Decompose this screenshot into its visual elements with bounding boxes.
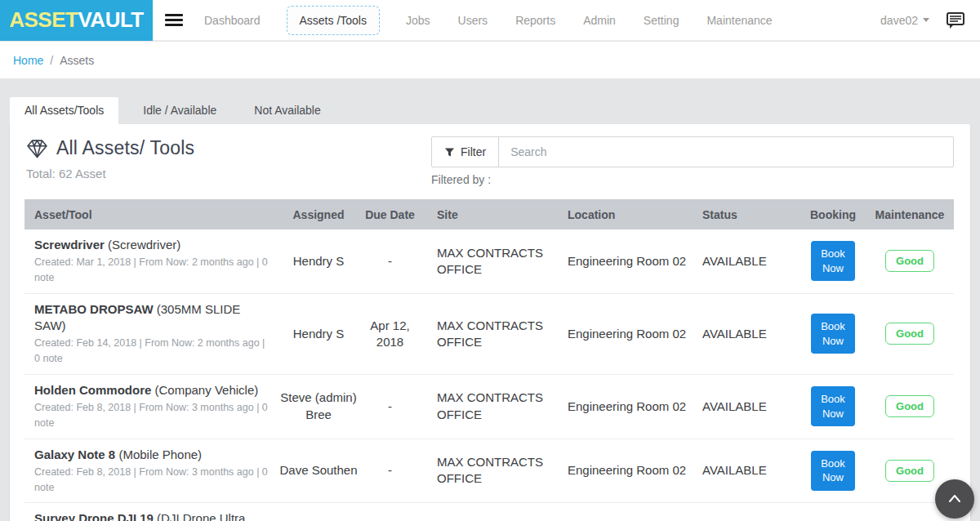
main-nav: Dashboard Assets /Tools Jobs Users Repor… (203, 6, 774, 35)
asset-name: Holden Commodore (Company Vehicle) (34, 382, 268, 399)
nav-item-jobs[interactable]: Jobs (404, 7, 432, 34)
maintenance-status-button[interactable]: Good (885, 323, 934, 345)
book-now-button[interactable]: Book Now (811, 314, 855, 354)
col-header-site: Site (421, 208, 543, 221)
app-logo[interactable]: ASSETVAULT (0, 0, 153, 41)
tab-not-available[interactable]: Not Available (241, 97, 333, 124)
maintenance-status-button[interactable]: Good (885, 460, 934, 482)
site-cell: MAX CONTRACTS OFFICE (421, 390, 543, 423)
top-navbar: ASSETVAULT Dashboard Assets /Tools Jobs … (0, 0, 980, 41)
asset-tabs: All Assets/Tools Idle / Available Not Av… (10, 97, 334, 124)
col-header-location: Location (543, 208, 678, 221)
due-date-cell: - (359, 399, 421, 415)
total-count: Total: 62 Asset (26, 167, 106, 180)
nav-item-admin[interactable]: Admin (581, 7, 617, 34)
nav-item-users[interactable]: Users (457, 7, 490, 34)
tab-idle-available[interactable]: Idle / Available (130, 97, 229, 124)
search-input[interactable] (499, 137, 953, 167)
assigned-cell: Dave Southen (278, 462, 359, 479)
filter-button[interactable]: Filter (432, 137, 499, 167)
nav-item-assets-tools[interactable]: Assets /Tools (287, 6, 380, 35)
book-now-button[interactable]: Book Now (811, 386, 855, 426)
col-header-assigned: Assigned (278, 208, 359, 221)
assigned-cell: Hendry S (278, 253, 359, 269)
table-row: Survey Drone DJI 19 (DJI Drone Ultra lig… (24, 503, 954, 521)
due-date-cell: - (359, 462, 421, 479)
location-cell: Engineering Room 02 (543, 399, 678, 415)
asset-meta: Created: Feb 8, 2018 | From Now: 3 month… (34, 465, 268, 496)
col-header-status: Status (678, 208, 800, 221)
breadcrumb-home-link[interactable]: Home (13, 54, 43, 67)
assets-card: All Assets/ Tools Total: 62 Asset Filter… (10, 124, 970, 521)
chat-bubble-icon[interactable] (946, 11, 965, 29)
gem-icon (26, 139, 48, 158)
nav-item-setting[interactable]: Setting (642, 7, 681, 34)
filtered-by-label: Filtered by : (431, 173, 491, 186)
col-header-maintenance: Maintenance (866, 208, 954, 221)
asset-meta: Created: Mar 1, 2018 | From Now: 2 month… (34, 255, 268, 286)
page-title: All Assets/ Tools (56, 137, 194, 159)
breadcrumb: Home / Assets (0, 42, 980, 78)
assigned-cell: Hendry S (278, 326, 359, 342)
breadcrumb-separator: / (50, 54, 53, 67)
funnel-icon (444, 147, 455, 158)
status-cell: AVAILABLE (678, 399, 800, 415)
status-cell: AVAILABLE (678, 253, 800, 269)
due-date-cell: - (359, 253, 421, 269)
nav-item-reports[interactable]: Reports (514, 7, 557, 34)
table-row: Galaxy Note 8 (Mobile Phone) Created: Fe… (24, 439, 954, 504)
table-row: Screwdriver (Screwdriver) Created: Mar 1… (24, 229, 954, 294)
maintenance-status-button[interactable]: Good (885, 250, 934, 272)
assets-table: Asset/Tool Assigned Due Date Site Locati… (24, 199, 954, 521)
asset-meta: Created: Feb 14, 2018 | From Now: 2 mont… (34, 336, 268, 367)
site-cell: MAX CONTRACTS OFFICE (421, 245, 543, 278)
table-header-row: Asset/Tool Assigned Due Date Site Locati… (24, 199, 954, 229)
book-now-button[interactable]: Book Now (811, 241, 855, 281)
logo-text-vault: VAULT (78, 7, 143, 33)
asset-meta: Created: Feb 8, 2018 | From Now: 3 month… (34, 400, 268, 431)
status-cell: AVAILABLE (678, 326, 800, 342)
user-dropdown[interactable]: dave02 (880, 14, 929, 27)
filter-button-label: Filter (461, 145, 486, 158)
due-date-cell: Apr 12, 2018 (359, 318, 421, 351)
location-cell: Engineering Room 02 (543, 253, 678, 269)
chevron-up-icon (944, 488, 965, 510)
site-cell: MAX CONTRACTS OFFICE (421, 318, 543, 351)
filter-search-group: Filter (431, 136, 954, 167)
logo-text-asset: ASSET (9, 7, 78, 33)
location-cell: Engineering Room 02 (543, 326, 678, 342)
asset-name: Survey Drone DJI 19 (DJI Drone Ultra lig… (34, 510, 268, 521)
asset-name: Galaxy Note 8 (Mobile Phone) (34, 447, 268, 463)
nav-item-dashboard[interactable]: Dashboard (203, 7, 262, 34)
asset-name: METABO DROPSAW (305MM SLIDE SAW) (34, 301, 268, 335)
col-header-asset-tool: Asset/Tool (24, 208, 278, 221)
status-cell: AVAILABLE (678, 462, 800, 479)
col-header-booking: Booking (800, 208, 866, 221)
breadcrumb-current: Assets (60, 54, 94, 67)
col-header-due-date: Due Date (359, 208, 421, 221)
tab-all-assets-tools[interactable]: All Assets/Tools (10, 97, 118, 124)
book-now-button[interactable]: Book Now (811, 451, 855, 491)
asset-name: Screwdriver (Screwdriver) (34, 237, 268, 253)
table-row: METABO DROPSAW (305MM SLIDE SAW) Created… (24, 294, 954, 375)
chevron-down-icon (923, 18, 929, 22)
maintenance-status-button[interactable]: Good (885, 395, 934, 417)
asset-table-body: Screwdriver (Screwdriver) Created: Mar 1… (24, 229, 954, 521)
assigned-cell: Steve (admin) Bree (278, 390, 359, 423)
hamburger-menu-icon[interactable] (165, 11, 183, 29)
location-cell: Engineering Room 02 (543, 462, 678, 479)
site-cell: MAX CONTRACTS OFFICE (421, 454, 543, 488)
username-label: dave02 (880, 14, 918, 27)
table-row: Holden Commodore (Company Vehicle) Creat… (24, 375, 954, 439)
scroll-to-top-button[interactable] (935, 479, 974, 519)
nav-item-maintenance[interactable]: Maintenance (705, 7, 773, 34)
